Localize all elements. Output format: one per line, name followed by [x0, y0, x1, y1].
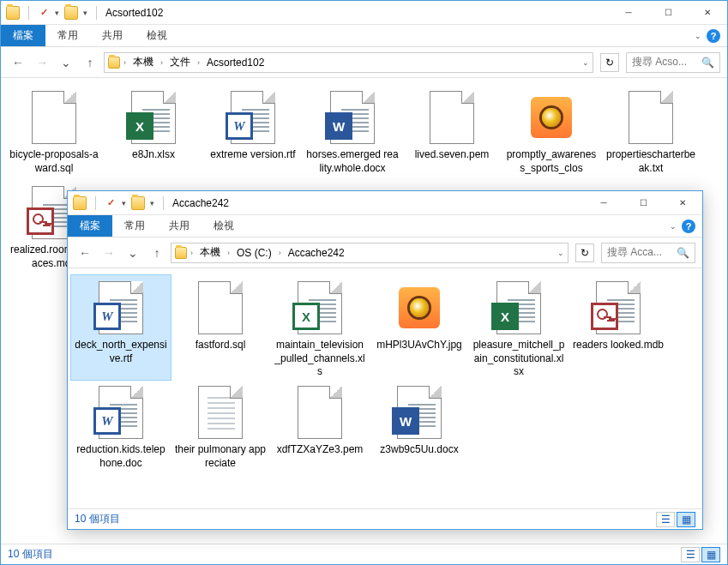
xlsx-icon: [491, 303, 519, 330]
forward-button[interactable]: →: [99, 243, 119, 263]
chevron-right-icon[interactable]: ›: [277, 249, 283, 257]
help-icon[interactable]: ?: [682, 219, 695, 233]
up-button[interactable]: ↑: [147, 243, 167, 263]
breadcrumb[interactable]: OS (C:): [233, 247, 275, 259]
window-accache242: ✓ ▾ ▾ Accache242 ─ ☐ ✕ 檔案 常用 共用 檢視 ⌄ ? ←…: [67, 190, 703, 530]
chevron-right-icon[interactable]: ›: [196, 58, 202, 67]
breadcrumb[interactable]: 文件: [166, 55, 194, 69]
icons-view-button[interactable]: ▦: [677, 512, 695, 527]
file-item[interactable]: bicycle-proposals-award.sql: [4, 85, 104, 180]
back-button[interactable]: ←: [75, 243, 95, 263]
ribbon-file-tab[interactable]: 檔案: [1, 25, 45, 46]
file-label: extreme version.rtf: [210, 148, 295, 162]
maximize-button[interactable]: ☐: [623, 191, 663, 215]
recent-chevron-icon[interactable]: ⌄: [56, 52, 76, 73]
file-label: fastford.sql: [196, 339, 246, 352]
refresh-button[interactable]: ↻: [575, 243, 594, 262]
breadcrumb[interactable]: 本機: [196, 245, 224, 260]
help-icon[interactable]: ?: [707, 29, 720, 43]
close-button[interactable]: ✕: [663, 191, 702, 215]
navbar: ← → ⌄ ↑ › 本機 › OS (C:) › Accache242 ⌄ ↻ …: [68, 237, 702, 268]
chevron-down-icon[interactable]: ▾: [83, 9, 87, 17]
file-label: z3wb9c5Uu.docx: [380, 443, 458, 457]
statusbar: 10 個項目 ☰ ▦: [68, 508, 702, 529]
expand-ribbon-icon[interactable]: ⌄: [670, 222, 677, 231]
recent-chevron-icon[interactable]: ⌄: [123, 243, 143, 263]
ribbon-view-tab[interactable]: 檢視: [135, 25, 179, 46]
file-item[interactable]: z3wb9c5Uu.docx: [370, 380, 469, 475]
ribbon-share-tab[interactable]: 共用: [157, 215, 202, 237]
search-input[interactable]: 搜尋 Acso... 🔍: [626, 52, 720, 73]
minimize-button[interactable]: ─: [609, 1, 648, 25]
ribbon-view-tab[interactable]: 檢視: [202, 215, 246, 237]
chevron-right-icon[interactable]: ›: [226, 249, 232, 257]
file-item[interactable]: mHPl3UAvChY.jpg: [370, 275, 469, 380]
ribbon-home-tab[interactable]: 常用: [112, 215, 157, 237]
folder-icon: [6, 6, 20, 20]
refresh-button[interactable]: ↻: [600, 53, 619, 72]
titlebar[interactable]: ✓ ▾ ▾ Acsorted102 ─ ☐ ✕: [1, 1, 727, 25]
maximize-button[interactable]: ☐: [648, 1, 688, 25]
file-item[interactable]: extreme version.rtf: [203, 85, 303, 180]
forward-button[interactable]: →: [32, 52, 52, 73]
icons-view-button[interactable]: ▦: [701, 547, 720, 562]
file-icon: [430, 91, 474, 144]
file-label: readers looked.mdb: [573, 339, 664, 352]
file-label: propertiescharterbeak.txt: [605, 148, 697, 175]
expand-ribbon-icon[interactable]: ⌄: [695, 32, 701, 40]
minimize-button[interactable]: ─: [584, 191, 623, 215]
up-button[interactable]: ↑: [80, 52, 100, 73]
ribbon-file-tab[interactable]: 檔案: [68, 215, 112, 237]
file-item[interactable]: reduction.kids.telephone.doc: [71, 380, 171, 475]
chevron-down-icon[interactable]: ▾: [55, 9, 59, 17]
chevron-down-icon[interactable]: ⌄: [582, 58, 589, 67]
folder-icon: [108, 57, 120, 69]
quick-access-icon[interactable]: ✓: [105, 197, 117, 209]
file-item[interactable]: pleasure_mitchell_pain_constitutional.xl…: [469, 275, 569, 380]
chevron-right-icon[interactable]: ›: [189, 249, 195, 257]
details-view-button[interactable]: ☰: [681, 547, 700, 562]
file-item[interactable]: lived.seven.pem: [402, 85, 502, 180]
file-item[interactable]: deck_north_expensive.rtf: [71, 275, 171, 380]
statusbar: 10 個項目 ☰ ▦: [1, 544, 727, 564]
file-label: bicycle-proposals-award.sql: [8, 148, 100, 175]
file-item[interactable]: maintain_television_pulled_channels.xls: [270, 275, 370, 380]
quick-access-icon[interactable]: ✓: [38, 7, 50, 19]
details-view-button[interactable]: ☰: [656, 512, 675, 527]
chevron-down-icon[interactable]: ▾: [150, 199, 154, 207]
search-icon: 🔍: [677, 247, 689, 259]
xls-icon: [292, 303, 320, 330]
address-bar[interactable]: › 本機 › OS (C:) › Accache242 ⌄: [171, 243, 569, 263]
file-item[interactable]: fastford.sql: [171, 275, 270, 380]
file-label: xdfTZXaYZe3.pem: [277, 443, 364, 457]
chevron-down-icon[interactable]: ⌄: [557, 249, 564, 257]
docx-icon: [325, 112, 352, 140]
chevron-down-icon[interactable]: ▾: [122, 199, 126, 207]
file-item[interactable]: e8Jn.xlsx: [104, 85, 203, 180]
rtf-icon: [93, 303, 121, 330]
breadcrumb[interactable]: 本機: [129, 55, 157, 69]
ribbon: 檔案 常用 共用 檢視 ⌄ ?: [1, 25, 727, 47]
ribbon-share-tab[interactable]: 共用: [90, 25, 135, 46]
back-button[interactable]: ←: [8, 52, 28, 73]
titlebar[interactable]: ✓ ▾ ▾ Accache242 ─ ☐ ✕: [68, 191, 702, 215]
ribbon-home-tab[interactable]: 常用: [45, 25, 90, 46]
address-bar[interactable]: › 本機 › 文件 › Acsorted102 ⌄: [104, 52, 593, 73]
chevron-right-icon[interactable]: ›: [122, 58, 128, 67]
window-title: Acsorted102: [100, 7, 163, 19]
file-item[interactable]: horses.emerged reality.whole.docx: [303, 85, 402, 180]
close-button[interactable]: ✕: [688, 1, 727, 25]
file-list[interactable]: deck_north_expensive.rtffastford.sqlmain…: [68, 268, 702, 508]
file-icon: [298, 386, 342, 439]
file-item[interactable]: xdfTZXaYZe3.pem: [270, 380, 370, 475]
file-item[interactable]: propertiescharterbeak.txt: [601, 85, 701, 180]
file-item[interactable]: their pulmonary appreciate: [171, 380, 270, 475]
breadcrumb[interactable]: Acsorted102: [203, 57, 268, 69]
file-item[interactable]: readers looked.mdb: [569, 275, 668, 380]
chevron-right-icon[interactable]: ›: [159, 58, 165, 67]
breadcrumb[interactable]: Accache242: [285, 247, 348, 259]
access-icon: [591, 303, 618, 330]
file-label: promptly_awareness_sports_clos: [505, 148, 598, 175]
file-item[interactable]: promptly_awareness_sports_clos: [502, 85, 601, 180]
search-input[interactable]: 搜尋 Acca... 🔍: [601, 243, 695, 263]
